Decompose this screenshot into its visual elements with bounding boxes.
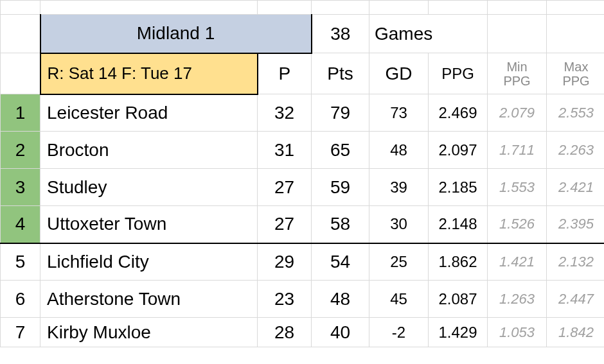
points[interactable]: 79 xyxy=(312,94,369,132)
played[interactable]: 27 xyxy=(258,169,312,206)
rank-cell[interactable]: 5 xyxy=(1,243,40,281)
played[interactable]: 32 xyxy=(258,94,312,132)
ppg[interactable]: 1.429 xyxy=(429,318,488,347)
col-min-ppg[interactable]: MinPPG xyxy=(488,53,547,94)
ppg[interactable]: 2.148 xyxy=(429,206,488,243)
goal-diff[interactable]: 45 xyxy=(369,281,429,318)
played[interactable]: 31 xyxy=(258,132,312,169)
rank-cell[interactable]: 3 xyxy=(1,169,40,206)
min-ppg[interactable]: 1.553 xyxy=(488,169,547,206)
cell-empty[interactable] xyxy=(312,1,369,15)
played[interactable]: 23 xyxy=(258,281,312,318)
goal-diff[interactable]: -2 xyxy=(369,318,429,347)
min-ppg[interactable]: 1.421 xyxy=(488,243,547,281)
cell-empty[interactable] xyxy=(488,1,547,15)
max-ppg[interactable]: 2.132 xyxy=(547,243,605,281)
ppg[interactable]: 2.087 xyxy=(429,281,488,318)
points[interactable]: 59 xyxy=(312,169,369,206)
col-pts[interactable]: Pts xyxy=(312,53,369,94)
max-ppg[interactable]: 1.842 xyxy=(547,318,605,347)
max-ppg[interactable]: 2.553 xyxy=(547,94,605,132)
min-ppg[interactable]: 2.079 xyxy=(488,94,547,132)
col-ppg[interactable]: PPG xyxy=(429,53,488,94)
ppg[interactable]: 1.862 xyxy=(429,243,488,281)
cell-empty[interactable] xyxy=(547,15,605,53)
min-ppg[interactable]: 1.526 xyxy=(488,206,547,243)
cell-empty[interactable] xyxy=(547,1,605,15)
goal-diff[interactable]: 39 xyxy=(369,169,429,206)
min-ppg[interactable]: 1.263 xyxy=(488,281,547,318)
ppg[interactable]: 2.097 xyxy=(429,132,488,169)
cell-empty[interactable] xyxy=(1,53,40,94)
team-name[interactable]: Uttoxeter Town xyxy=(40,206,258,243)
cell-empty[interactable] xyxy=(1,15,40,53)
date-range[interactable]: R: Sat 14 F: Tue 17 xyxy=(40,53,258,94)
col-max-ppg[interactable]: MaxPPG xyxy=(547,53,605,94)
goal-diff[interactable]: 48 xyxy=(369,132,429,169)
col-gd[interactable]: GD xyxy=(369,53,429,94)
team-name[interactable]: Kirby Muxloe xyxy=(40,318,258,347)
cell-empty[interactable] xyxy=(429,1,488,15)
max-ppg[interactable]: 2.447 xyxy=(547,281,605,318)
rank-cell[interactable]: 1 xyxy=(1,94,40,132)
goal-diff[interactable]: 25 xyxy=(369,243,429,281)
rank-cell[interactable]: 6 xyxy=(1,281,40,318)
ppg[interactable]: 2.469 xyxy=(429,94,488,132)
points[interactable]: 58 xyxy=(312,206,369,243)
league-title[interactable]: Midland 1 xyxy=(40,15,312,53)
min-ppg[interactable]: 1.053 xyxy=(488,318,547,347)
cell-empty[interactable] xyxy=(488,15,547,53)
max-ppg[interactable]: 2.421 xyxy=(547,169,605,206)
goal-diff[interactable]: 30 xyxy=(369,206,429,243)
col-p[interactable]: P xyxy=(258,53,312,94)
ppg[interactable]: 2.185 xyxy=(429,169,488,206)
team-name[interactable]: Brocton xyxy=(40,132,258,169)
max-ppg[interactable]: 2.263 xyxy=(547,132,605,169)
team-name[interactable]: Lichfield City xyxy=(40,243,258,281)
rank-cell[interactable]: 4 xyxy=(1,206,40,243)
cell-empty[interactable] xyxy=(40,1,258,15)
points[interactable]: 40 xyxy=(312,318,369,347)
team-name[interactable]: Atherstone Town xyxy=(40,281,258,318)
cell-empty[interactable] xyxy=(258,1,312,15)
rank-cell[interactable]: 7 xyxy=(1,318,40,347)
team-name[interactable]: Studley xyxy=(40,169,258,206)
league-table: Midland 1 38 Games R: Sat 14 F: Tue 17 P… xyxy=(0,0,604,347)
min-ppg[interactable]: 1.711 xyxy=(488,132,547,169)
team-name[interactable]: Leicester Road xyxy=(40,94,258,132)
spreadsheet-view: Midland 1 38 Games R: Sat 14 F: Tue 17 P… xyxy=(0,0,604,364)
played[interactable]: 29 xyxy=(258,243,312,281)
rank-cell[interactable]: 2 xyxy=(1,132,40,169)
max-ppg[interactable]: 2.395 xyxy=(547,206,605,243)
cell-empty[interactable] xyxy=(369,1,429,15)
points[interactable]: 48 xyxy=(312,281,369,318)
points[interactable]: 65 xyxy=(312,132,369,169)
goal-diff[interactable]: 73 xyxy=(369,94,429,132)
total-games[interactable]: 38 xyxy=(312,15,369,53)
games-label[interactable]: Games xyxy=(369,15,488,53)
played[interactable]: 27 xyxy=(258,206,312,243)
points[interactable]: 54 xyxy=(312,243,369,281)
played[interactable]: 28 xyxy=(258,318,312,347)
cell-empty[interactable] xyxy=(1,1,40,15)
